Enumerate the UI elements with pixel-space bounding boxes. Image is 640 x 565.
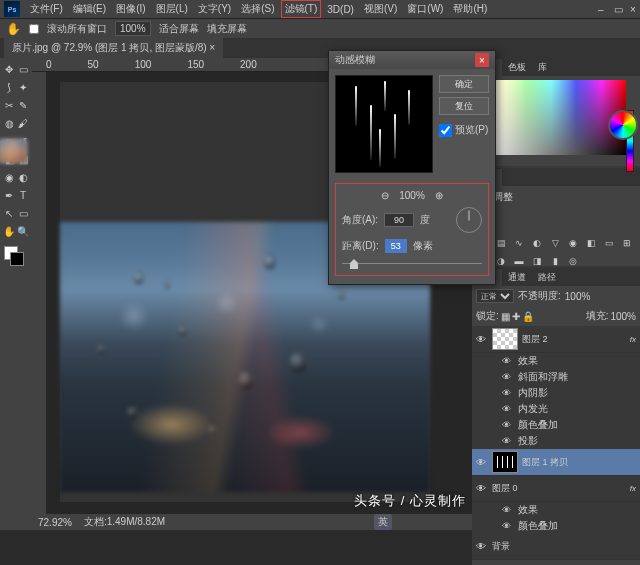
eyedropper-tool[interactable]: ✎	[16, 96, 30, 114]
fx-badge[interactable]: fx	[630, 484, 636, 493]
fx-item[interactable]: 👁内阴影	[472, 385, 640, 401]
dodge-tool[interactable]: ◐	[16, 168, 30, 186]
visibility-icon[interactable]: 👁	[476, 541, 488, 552]
adj-photo-icon[interactable]: ▭	[602, 236, 616, 250]
fx-item[interactable]: 👁投影	[472, 433, 640, 449]
angle-dial[interactable]	[456, 207, 482, 233]
distance-slider[interactable]	[342, 259, 482, 269]
menu-file[interactable]: 文件(F)	[26, 0, 67, 18]
menu-filter[interactable]: 滤镜(T)	[281, 0, 322, 18]
fill-screen-button[interactable]: 填充屏幕	[207, 22, 247, 36]
adj-thresh-icon[interactable]: ◨	[530, 254, 544, 268]
layer-thumb[interactable]	[492, 328, 518, 350]
menu-select[interactable]: 选择(S)	[237, 0, 278, 18]
document-tab[interactable]: 原片.jpg @ 72.9% (图层 1 拷贝, 图层蒙版/8) ×	[4, 38, 223, 58]
fit-screen-button[interactable]: 适合屏幕	[159, 22, 199, 36]
crop-tool[interactable]: ✂	[2, 96, 16, 114]
adj-mixer-icon[interactable]: ⊞	[620, 236, 634, 250]
adj-grad-icon[interactable]: ▮	[548, 254, 562, 268]
close-icon[interactable]: ×	[626, 2, 636, 12]
dialog-titlebar[interactable]: 动感模糊 ×	[329, 51, 495, 69]
angle-input[interactable]	[384, 213, 414, 227]
lock-pos-icon[interactable]: ✚	[512, 311, 520, 322]
maximize-icon[interactable]: ▭	[610, 2, 620, 12]
background-color[interactable]	[10, 252, 24, 266]
visibility-icon[interactable]: 👁	[476, 483, 488, 494]
visibility-icon[interactable]: 👁	[502, 505, 514, 515]
zoom-out-icon[interactable]: ⊖	[381, 190, 389, 201]
preview-checkbox[interactable]	[439, 124, 452, 137]
path-tool[interactable]: ↖	[2, 204, 16, 222]
brush-tool[interactable]: 🖌	[16, 114, 30, 132]
hue-ring[interactable]	[608, 110, 638, 140]
adj-vibrance-icon[interactable]: ▽	[548, 236, 562, 250]
visibility-icon[interactable]: 👁	[502, 372, 514, 382]
heal-tool[interactable]: ◍	[2, 114, 16, 132]
adj-hue-icon[interactable]: ◉	[566, 236, 580, 250]
visibility-icon[interactable]: 👁	[502, 388, 514, 398]
visibility-icon[interactable]: 👁	[476, 334, 488, 345]
ime-badge[interactable]: 英	[374, 514, 392, 530]
menu-image[interactable]: 图像(I)	[112, 0, 149, 18]
adj-select-icon[interactable]: ◎	[566, 254, 580, 268]
menu-type[interactable]: 文字(Y)	[194, 0, 235, 18]
layer-row[interactable]: 👁图层 2fx	[472, 326, 640, 353]
layer-row[interactable]: 👁图层 1 拷贝	[472, 449, 640, 476]
adj-levels-icon[interactable]: ▤	[494, 236, 508, 250]
visibility-icon[interactable]: 👁	[476, 457, 488, 468]
tab-paths[interactable]: 路径	[532, 269, 562, 286]
adj-poster-icon[interactable]: ▬	[512, 254, 526, 268]
shape-tool[interactable]: ▭	[16, 204, 30, 222]
slider-handle[interactable]	[350, 259, 358, 269]
adj-invert-icon[interactable]: ◑	[494, 254, 508, 268]
status-zoom[interactable]: 72.92%	[38, 517, 72, 528]
layer-row[interactable]: 👁背景	[472, 534, 640, 560]
zoom-level[interactable]: 100%	[115, 21, 151, 36]
layer-name[interactable]: 图层 2	[522, 333, 548, 346]
visibility-icon[interactable]: 👁	[502, 356, 514, 366]
menu-edit[interactable]: 编辑(E)	[69, 0, 110, 18]
menu-help[interactable]: 帮助(H)	[449, 0, 491, 18]
pen-tool[interactable]: ✒	[2, 186, 16, 204]
zoom-in-icon[interactable]: ⊕	[435, 190, 443, 201]
tab-close-icon[interactable]: ×	[209, 42, 215, 53]
lock-all-icon[interactable]: 🔒	[522, 311, 534, 322]
color-picker[interactable]	[476, 80, 626, 155]
layer-name[interactable]: 图层 1 拷贝	[522, 456, 568, 469]
type-tool[interactable]: T	[16, 186, 30, 204]
preview-checkbox-row[interactable]: 预览(P)	[439, 123, 489, 137]
menu-layer[interactable]: 图层(L)	[152, 0, 192, 18]
layer-name[interactable]: 图层 0	[492, 482, 518, 495]
wand-tool[interactable]: ✦	[16, 78, 30, 96]
distance-value[interactable]: 53	[385, 239, 407, 253]
scroll-all-checkbox[interactable]	[29, 24, 39, 34]
layer-mask[interactable]	[492, 451, 518, 473]
blur-tool[interactable]: ◉	[2, 168, 16, 186]
fx-item[interactable]: 👁内发光	[472, 401, 640, 417]
ok-button[interactable]: 确定	[439, 75, 489, 93]
reset-button[interactable]: 复位	[439, 97, 489, 115]
layer-name[interactable]: 背景	[492, 540, 510, 553]
fx-badge[interactable]: fx	[630, 335, 636, 344]
visibility-icon[interactable]: 👁	[502, 521, 514, 531]
dialog-preview[interactable]	[335, 75, 433, 173]
dialog-close-icon[interactable]: ×	[475, 53, 489, 67]
adj-bw-icon[interactable]: ◧	[584, 236, 598, 250]
menu-window[interactable]: 窗口(W)	[403, 0, 447, 18]
blend-mode-select[interactable]: 正常	[476, 289, 514, 303]
visibility-icon[interactable]: 👁	[502, 404, 514, 414]
fill-value[interactable]: 100%	[610, 311, 636, 322]
color-swatch[interactable]	[2, 246, 30, 270]
lasso-tool[interactable]: ⟆	[2, 78, 16, 96]
zoom-tool[interactable]: 🔍	[16, 222, 30, 240]
tab-libraries[interactable]: 库	[532, 59, 553, 76]
fx-item[interactable]: 👁斜面和浮雕	[472, 369, 640, 385]
marquee-tool[interactable]: ▭	[16, 60, 30, 78]
opacity-value[interactable]: 100%	[565, 291, 591, 302]
hand-tool[interactable]: ✋	[2, 222, 16, 240]
visibility-icon[interactable]: 👁	[502, 420, 514, 430]
layer-row[interactable]: 👁图层 0fx	[472, 476, 640, 502]
menu-3d[interactable]: 3D(D)	[323, 2, 358, 17]
fx-item[interactable]: 👁颜色叠加	[472, 417, 640, 433]
fx-item[interactable]: 👁颜色叠加	[472, 518, 640, 534]
